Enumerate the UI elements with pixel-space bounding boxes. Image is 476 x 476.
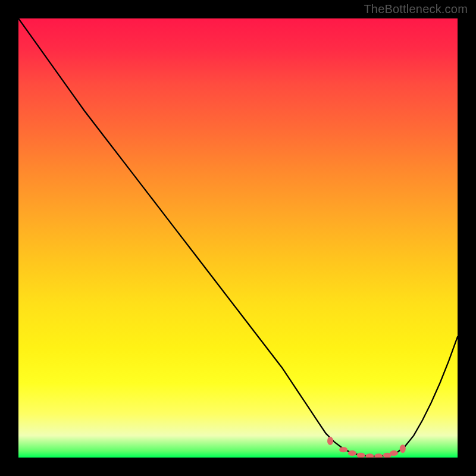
watermark-text: TheBottleneck.com [364,2,468,16]
marker-dot [365,453,374,458]
marker-dot [339,447,347,452]
chart-plot-area [18,18,458,458]
optimal-range-markers [327,437,406,458]
marker-dot [390,450,398,456]
marker-dot [327,437,333,445]
chart-svg [18,18,458,458]
marker-dot [400,444,406,453]
bottleneck-curve-line [18,18,458,456]
marker-dot [374,453,383,458]
marker-dot [348,450,356,456]
marker-dot [357,453,365,458]
